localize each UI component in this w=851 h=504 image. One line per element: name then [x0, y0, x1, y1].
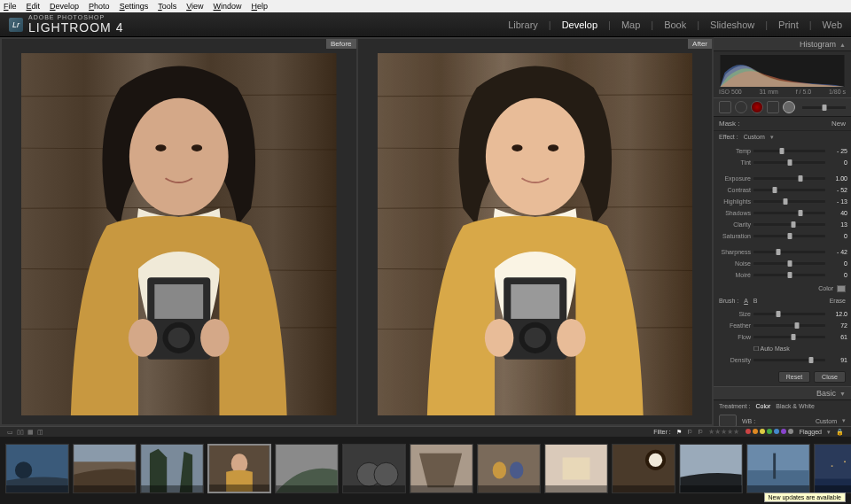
slider-saturation[interactable]: Saturation0 [717, 230, 847, 242]
graduated-filter-icon[interactable] [767, 101, 779, 113]
after-panel[interactable]: After [358, 39, 713, 424]
flag-filter-icon[interactable]: ⚑ [676, 429, 682, 436]
filter-preset-flagged[interactable]: Flagged [800, 429, 822, 435]
filmstrip-thumb[interactable] [679, 444, 743, 493]
compare-view-icon[interactable]: ▯▯ [17, 429, 24, 436]
update-toast[interactable]: New updates are available [764, 492, 847, 502]
filmstrip-thumb[interactable] [544, 444, 608, 493]
filmstrip-thumb[interactable] [5, 444, 69, 493]
color-filter-dot[interactable] [753, 429, 758, 434]
treatment-bw[interactable]: Black & White [776, 403, 815, 409]
menu-edit[interactable]: Edit [27, 2, 41, 11]
color-label-filter[interactable] [745, 429, 794, 435]
chevron-down-icon[interactable]: ▾ [770, 134, 774, 141]
module-book[interactable]: Book [664, 19, 686, 30]
slider-contrast[interactable]: Contrast- 52 [717, 184, 847, 196]
flag-rejected-icon[interactable]: ⚐ [698, 429, 703, 436]
color-filter-dot[interactable] [781, 429, 786, 434]
filter-lock-icon[interactable]: 🔒 [836, 429, 844, 436]
svg-point-55 [831, 465, 833, 467]
redeye-tool-icon[interactable] [751, 101, 763, 113]
grid-view-icon[interactable]: ▦ [27, 429, 34, 436]
brush-erase[interactable]: Erase [830, 298, 846, 304]
filmstrip-thumb[interactable] [73, 444, 137, 493]
local-adjustment-tools [714, 97, 851, 117]
histogram-aperture: f / 5.0 [796, 89, 812, 95]
basic-header[interactable]: Basic▼ [714, 386, 851, 400]
svg-point-50 [649, 454, 662, 467]
menu-file[interactable]: File [4, 2, 17, 11]
module-library[interactable]: Library [508, 19, 538, 30]
slider-temp[interactable]: Temp- 25 [717, 145, 847, 157]
effect-custom[interactable]: Custom [744, 134, 765, 141]
loupe-view-icon[interactable]: ▭ [7, 429, 13, 436]
color-filter-dot[interactable] [774, 429, 779, 434]
color-filter-dot[interactable] [767, 429, 772, 434]
filmstrip-thumb[interactable] [410, 444, 473, 493]
slider-noise[interactable]: Noise0 [717, 258, 847, 269]
brush-slider-flow[interactable]: Flow61 [717, 331, 847, 343]
survey-view-icon[interactable]: ◫ [37, 429, 43, 436]
module-slideshow[interactable]: Slideshow [710, 19, 754, 30]
white-balance-picker-icon[interactable] [719, 415, 737, 426]
crop-tool-icon[interactable] [719, 101, 731, 113]
filmstrip-thumb[interactable] [612, 444, 675, 493]
filmstrip-thumb[interactable] [477, 444, 541, 493]
filmstrip-thumb[interactable] [342, 444, 406, 493]
adjustment-brush-icon[interactable] [783, 101, 795, 113]
menu-tools[interactable]: Tools [158, 2, 176, 11]
slider-moiré[interactable]: Moiré0 [717, 269, 847, 281]
menu-help[interactable]: Help [252, 2, 269, 11]
slider-label: Saturation [717, 233, 751, 239]
automask-checkbox[interactable]: ☐ Auto Mask [753, 345, 790, 353]
brush-slider-feather[interactable]: Feather72 [717, 320, 847, 331]
rating-filter[interactable]: ★★★★★ [708, 428, 739, 436]
slider-label: Moiré [717, 272, 751, 278]
slider-clarity[interactable]: Clarity13 [717, 219, 847, 230]
wb-preset[interactable]: Custom [816, 418, 837, 424]
slider-highlights[interactable]: Highlights- 13 [717, 196, 847, 207]
before-panel[interactable]: Before [2, 39, 356, 424]
filmstrip-thumb[interactable] [746, 444, 810, 493]
slider-exposure[interactable]: Exposure1.00 [717, 173, 847, 184]
flag-unflagged-icon[interactable]: ⚐ [687, 429, 692, 436]
brush-slider-density[interactable]: Density91 [717, 354, 847, 366]
mask-new[interactable]: New [831, 120, 846, 128]
filmstrip-thumb[interactable] [140, 444, 204, 493]
treatment-color[interactable]: Color [756, 403, 771, 409]
filmstrip-thumb[interactable] [207, 444, 271, 493]
filmstrip-thumb[interactable] [275, 444, 339, 493]
slider-tint[interactable]: Tint0 [717, 157, 847, 168]
menu-settings[interactable]: Settings [120, 2, 149, 11]
color-filter-dot[interactable] [746, 429, 751, 434]
module-web[interactable]: Web [823, 19, 842, 30]
slider-sharpness[interactable]: Sharpness- 42 [717, 246, 847, 258]
reset-button[interactable]: Reset [778, 371, 810, 383]
menu-window[interactable]: Window [214, 2, 242, 11]
brush-slider-size[interactable]: Size12.0 [717, 308, 847, 320]
menu-bar: File Edit Develop Photo Settings Tools V… [0, 0, 851, 12]
slider-value: 61 [828, 334, 847, 340]
slider-label: Highlights [717, 198, 751, 205]
view-mode-icons: ▭ ▯▯ ▦ ◫ [7, 429, 43, 436]
filmstrip-thumb[interactable] [814, 444, 851, 493]
chevron-down-icon[interactable]: ▾ [842, 417, 846, 424]
brush-a[interactable]: A [744, 298, 748, 304]
spot-removal-icon[interactable] [735, 101, 747, 113]
color-filter-dot[interactable] [760, 429, 765, 434]
menu-view[interactable]: View [186, 2, 203, 11]
menu-photo[interactable]: Photo [89, 2, 110, 11]
module-map[interactable]: Map [621, 19, 640, 30]
close-button[interactable]: Close [814, 371, 846, 383]
brush-b[interactable]: B [753, 298, 758, 304]
filmstrip[interactable] [0, 437, 851, 500]
menu-develop[interactable]: Develop [50, 2, 79, 11]
chevron-down-icon[interactable]: ▾ [827, 429, 831, 436]
module-develop[interactable]: Develop [562, 19, 597, 30]
histogram[interactable]: ISO 500 31 mm f / 5.0 1/80 s [714, 51, 851, 97]
color-swatch[interactable] [837, 285, 846, 292]
module-print[interactable]: Print [778, 19, 799, 30]
histogram-header[interactable]: Histogram▲ [714, 37, 851, 51]
slider-shadows[interactable]: Shadows40 [717, 207, 847, 219]
color-filter-dot[interactable] [788, 429, 793, 434]
